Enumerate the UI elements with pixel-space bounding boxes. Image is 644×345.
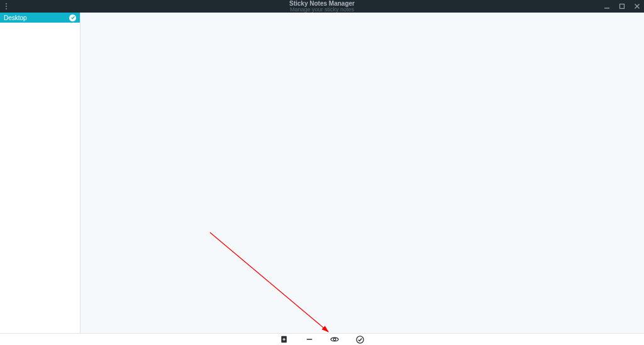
new-note-button[interactable] — [279, 334, 289, 344]
new-note-icon — [280, 336, 288, 343]
close-button[interactable] — [633, 2, 641, 11]
sidebar: Desktop — [0, 13, 80, 333]
titlebar-title-block: Sticky Notes Manager Manage your sticky … — [289, 1, 355, 13]
minus-icon — [306, 336, 313, 343]
sidebar-item-desktop[interactable]: Desktop — [0, 13, 80, 23]
titlebar: Sticky Notes Manager Manage your sticky … — [0, 0, 644, 13]
sidebar-item-label: Desktop — [4, 14, 27, 21]
svg-point-8 — [333, 338, 336, 341]
window-subtitle: Manage your sticky notes — [289, 7, 355, 13]
maximize-icon — [619, 3, 625, 9]
svg-point-9 — [356, 336, 363, 342]
kebab-menu-icon — [6, 3, 7, 9]
bottom-toolbar — [0, 333, 644, 345]
svg-rect-1 — [620, 4, 625, 9]
close-icon — [634, 3, 640, 9]
preview-note-button[interactable] — [330, 334, 340, 344]
main-area: Desktop — [0, 13, 644, 333]
check-circle-icon — [69, 14, 76, 21]
notes-canvas[interactable] — [80, 13, 644, 333]
eye-icon — [330, 336, 339, 343]
app-menu-button[interactable] — [0, 0, 13, 13]
check-circle-icon — [356, 336, 364, 344]
minimize-button[interactable] — [602, 2, 611, 11]
minimize-icon — [604, 3, 610, 9]
apply-button[interactable] — [355, 334, 365, 344]
maximize-button[interactable] — [618, 2, 626, 11]
remove-note-button[interactable] — [304, 334, 314, 344]
